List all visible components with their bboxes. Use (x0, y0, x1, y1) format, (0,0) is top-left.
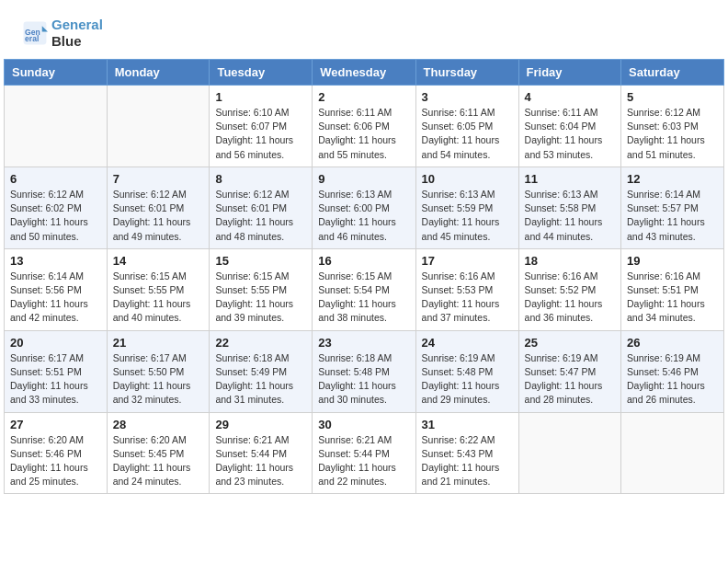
day-info: Sunrise: 6:12 AM Sunset: 6:01 PM Dayligh… (215, 188, 306, 244)
day-info: Sunrise: 6:13 AM Sunset: 5:59 PM Dayligh… (422, 188, 513, 244)
day-number: 3 (422, 90, 513, 104)
calendar-cell: 20Sunrise: 6:17 AM Sunset: 5:51 PM Dayli… (5, 330, 108, 412)
day-info: Sunrise: 6:14 AM Sunset: 5:56 PM Dayligh… (10, 270, 101, 326)
calendar-cell: 24Sunrise: 6:19 AM Sunset: 5:48 PM Dayli… (415, 330, 518, 412)
calendar-cell: 21Sunrise: 6:17 AM Sunset: 5:50 PM Dayli… (107, 330, 210, 412)
day-info: Sunrise: 6:20 AM Sunset: 5:46 PM Dayligh… (10, 433, 101, 489)
day-number: 1 (215, 90, 306, 104)
calendar-cell: 31Sunrise: 6:22 AM Sunset: 5:43 PM Dayli… (415, 412, 518, 494)
day-number: 12 (627, 172, 718, 186)
calendar-cell: 10Sunrise: 6:13 AM Sunset: 5:59 PM Dayli… (415, 167, 518, 248)
day-number: 16 (318, 254, 409, 268)
day-info: Sunrise: 6:21 AM Sunset: 5:44 PM Dayligh… (318, 433, 409, 489)
day-number: 24 (422, 336, 513, 350)
day-header-monday: Monday (107, 60, 210, 86)
calendar-cell: 5Sunrise: 6:12 AM Sunset: 6:03 PM Daylig… (621, 86, 724, 167)
day-info: Sunrise: 6:21 AM Sunset: 5:44 PM Dayligh… (215, 433, 306, 489)
day-header-wednesday: Wednesday (313, 60, 415, 86)
day-info: Sunrise: 6:13 AM Sunset: 6:00 PM Dayligh… (318, 188, 409, 244)
day-number: 30 (318, 418, 409, 431)
day-header-friday: Friday (518, 60, 620, 86)
day-number: 22 (215, 336, 306, 350)
day-number: 27 (10, 418, 101, 431)
calendar-cell: 18Sunrise: 6:16 AM Sunset: 5:52 PM Dayli… (518, 248, 620, 330)
calendar-cell: 3Sunrise: 6:11 AM Sunset: 6:05 PM Daylig… (415, 86, 518, 167)
calendar-cell: 16Sunrise: 6:15 AM Sunset: 5:54 PM Dayli… (313, 248, 415, 330)
day-number: 10 (422, 172, 513, 186)
day-number: 29 (215, 418, 306, 431)
calendar-cell (621, 412, 724, 494)
day-info: Sunrise: 6:17 AM Sunset: 5:51 PM Dayligh… (10, 351, 101, 408)
calendar-week-2: 6Sunrise: 6:12 AM Sunset: 6:02 PM Daylig… (5, 167, 724, 248)
calendar-cell: 1Sunrise: 6:10 AM Sunset: 6:07 PM Daylig… (210, 86, 313, 167)
calendar-cell: 8Sunrise: 6:12 AM Sunset: 6:01 PM Daylig… (210, 167, 313, 248)
calendar-cell: 9Sunrise: 6:13 AM Sunset: 6:00 PM Daylig… (313, 167, 415, 248)
calendar-week-4: 20Sunrise: 6:17 AM Sunset: 5:51 PM Dayli… (5, 330, 724, 412)
day-info: Sunrise: 6:18 AM Sunset: 5:49 PM Dayligh… (215, 351, 306, 408)
day-number: 13 (10, 254, 101, 268)
day-number: 21 (113, 336, 204, 350)
calendar-cell: 7Sunrise: 6:12 AM Sunset: 6:01 PM Daylig… (107, 167, 210, 248)
day-number: 7 (113, 172, 204, 186)
day-number: 9 (318, 172, 409, 186)
day-number: 5 (627, 90, 718, 104)
calendar-cell: 14Sunrise: 6:15 AM Sunset: 5:55 PM Dayli… (107, 248, 210, 330)
calendar-cell: 4Sunrise: 6:11 AM Sunset: 6:04 PM Daylig… (518, 86, 620, 167)
calendar-cell: 25Sunrise: 6:19 AM Sunset: 5:47 PM Dayli… (518, 330, 620, 412)
day-number: 8 (215, 172, 306, 186)
day-number: 17 (422, 254, 513, 268)
calendar-cell: 23Sunrise: 6:18 AM Sunset: 5:48 PM Dayli… (313, 330, 415, 412)
day-info: Sunrise: 6:12 AM Sunset: 6:01 PM Dayligh… (113, 188, 204, 244)
day-info: Sunrise: 6:14 AM Sunset: 5:57 PM Dayligh… (627, 188, 718, 244)
day-info: Sunrise: 6:15 AM Sunset: 5:54 PM Dayligh… (318, 270, 409, 326)
calendar-cell (5, 86, 108, 167)
calendar-cell: 27Sunrise: 6:20 AM Sunset: 5:46 PM Dayli… (5, 412, 108, 494)
day-number: 25 (525, 336, 615, 350)
calendar-week-5: 27Sunrise: 6:20 AM Sunset: 5:46 PM Dayli… (5, 412, 724, 494)
calendar-table: SundayMondayTuesdayWednesdayThursdayFrid… (4, 59, 724, 494)
calendar-cell: 26Sunrise: 6:19 AM Sunset: 5:46 PM Dayli… (621, 330, 724, 412)
calendar-cell: 11Sunrise: 6:13 AM Sunset: 5:58 PM Dayli… (518, 167, 620, 248)
day-number: 2 (318, 90, 409, 104)
day-info: Sunrise: 6:20 AM Sunset: 5:45 PM Dayligh… (113, 433, 204, 489)
calendar-cell (107, 86, 210, 167)
calendar-cell: 12Sunrise: 6:14 AM Sunset: 5:57 PM Dayli… (621, 167, 724, 248)
day-info: Sunrise: 6:15 AM Sunset: 5:55 PM Dayligh… (113, 270, 204, 326)
day-header-saturday: Saturday (621, 60, 724, 86)
day-info: Sunrise: 6:16 AM Sunset: 5:51 PM Dayligh… (627, 270, 718, 326)
calendar-cell: 28Sunrise: 6:20 AM Sunset: 5:45 PM Dayli… (107, 412, 210, 494)
day-number: 26 (627, 336, 718, 350)
day-info: Sunrise: 6:13 AM Sunset: 5:58 PM Dayligh… (525, 188, 615, 244)
day-number: 15 (215, 254, 306, 268)
calendar-cell: 13Sunrise: 6:14 AM Sunset: 5:56 PM Dayli… (5, 248, 108, 330)
day-info: Sunrise: 6:17 AM Sunset: 5:50 PM Dayligh… (113, 351, 204, 408)
day-info: Sunrise: 6:19 AM Sunset: 5:47 PM Dayligh… (525, 351, 615, 408)
day-info: Sunrise: 6:22 AM Sunset: 5:43 PM Dayligh… (422, 433, 513, 489)
calendar-week-1: 1Sunrise: 6:10 AM Sunset: 6:07 PM Daylig… (5, 86, 724, 167)
day-header-thursday: Thursday (415, 60, 518, 86)
svg-text:eral: eral (25, 34, 39, 43)
day-number: 6 (10, 172, 101, 186)
calendar-cell: 6Sunrise: 6:12 AM Sunset: 6:02 PM Daylig… (5, 167, 108, 248)
calendar-header-row: SundayMondayTuesdayWednesdayThursdayFrid… (5, 60, 724, 86)
day-info: Sunrise: 6:10 AM Sunset: 6:07 PM Dayligh… (215, 106, 306, 162)
day-number: 11 (525, 172, 615, 186)
logo-icon: Gen eral (22, 20, 48, 46)
calendar-cell: 15Sunrise: 6:15 AM Sunset: 5:55 PM Dayli… (210, 248, 313, 330)
calendar-cell: 30Sunrise: 6:21 AM Sunset: 5:44 PM Dayli… (313, 412, 415, 494)
calendar-cell: 17Sunrise: 6:16 AM Sunset: 5:53 PM Dayli… (415, 248, 518, 330)
day-info: Sunrise: 6:18 AM Sunset: 5:48 PM Dayligh… (318, 351, 409, 408)
day-info: Sunrise: 6:16 AM Sunset: 5:52 PM Dayligh… (525, 270, 615, 326)
day-number: 20 (10, 336, 101, 350)
calendar-cell: 29Sunrise: 6:21 AM Sunset: 5:44 PM Dayli… (210, 412, 313, 494)
day-number: 19 (627, 254, 718, 268)
day-info: Sunrise: 6:12 AM Sunset: 6:02 PM Dayligh… (10, 188, 101, 244)
day-info: Sunrise: 6:11 AM Sunset: 6:05 PM Dayligh… (422, 106, 513, 162)
calendar-cell: 22Sunrise: 6:18 AM Sunset: 5:49 PM Dayli… (210, 330, 313, 412)
calendar-cell: 19Sunrise: 6:16 AM Sunset: 5:51 PM Dayli… (621, 248, 724, 330)
day-info: Sunrise: 6:19 AM Sunset: 5:46 PM Dayligh… (627, 351, 718, 408)
day-info: Sunrise: 6:11 AM Sunset: 6:06 PM Dayligh… (318, 106, 409, 162)
day-info: Sunrise: 6:12 AM Sunset: 6:03 PM Dayligh… (627, 106, 718, 162)
day-number: 31 (422, 418, 513, 431)
logo: Gen eral GeneralBlue (22, 17, 103, 50)
